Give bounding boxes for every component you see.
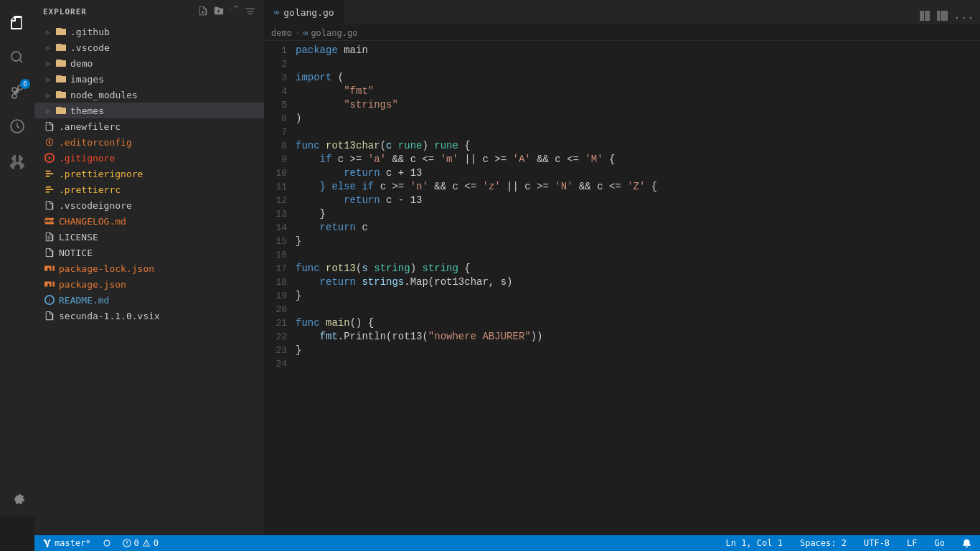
line-number: 15 (264, 235, 296, 248)
git-branch[interactable]: master* (40, 535, 94, 551)
activity-icon-debug[interactable] (0, 109, 34, 143)
prettier-icon (43, 183, 56, 196)
toggle-sidebar-icon[interactable] (936, 10, 948, 24)
new-folder-icon[interactable] (214, 6, 224, 18)
line-number: 21 (264, 316, 296, 330)
file-item-LICENSE[interactable]: LICENSE (34, 229, 264, 245)
line-number: 11 (264, 180, 296, 194)
notifications[interactable] (959, 535, 974, 551)
more-actions-icon[interactable]: ··· (953, 11, 974, 24)
tab-golang[interactable]: ∞ golang.go (264, 0, 345, 24)
code-line-9: 9 if c >= 'a' && c <= 'm' || c >= 'A' &&… (264, 153, 980, 166)
code-line-1: 1package main (264, 44, 980, 57)
file-item-images[interactable]: ▷images (34, 71, 264, 87)
line-number: 22 (264, 330, 296, 344)
file-item-package.json[interactable]: package.json (34, 276, 264, 292)
line-content: } (296, 235, 980, 248)
code-container[interactable]: 1package main23import (4 "fmt"5 "strings… (264, 41, 980, 535)
file-item-.anewfilerc[interactable]: .anewfilerc (34, 118, 264, 134)
line-ending-label: LF (907, 538, 917, 548)
activity-icon-explorer[interactable] (0, 6, 34, 40)
breadcrumb-folder[interactable]: demo (271, 28, 292, 38)
sidebar: EXPLORER ▷.github▷.vscode▷dem (34, 0, 264, 535)
tab-actions: ··· (913, 10, 980, 24)
line-content: func rot13(s string) string { (296, 262, 980, 276)
activity-icon-extensions[interactable] (0, 143, 34, 178)
cursor-position-label: Ln 1, Col 1 (725, 538, 782, 548)
vscodeignore-icon (43, 199, 56, 212)
file-item-demo[interactable]: ▷demo (34, 55, 264, 71)
code-line-24: 24 (264, 357, 980, 371)
chevron-icon: ▷ (43, 42, 53, 52)
file-item-CHANGELOG.md[interactable]: CHANGELOG.md (34, 213, 264, 229)
prettier-icon (43, 167, 56, 180)
line-content: ) (296, 112, 980, 126)
file-item-.vscode[interactable]: ▷.vscode (34, 39, 264, 55)
line-number: 23 (264, 344, 296, 357)
file-item-README.md[interactable]: README.md (34, 292, 264, 308)
indentation[interactable]: Spaces: 2 (797, 535, 849, 551)
file-item-.prettierignore[interactable]: .prettierignore (34, 166, 264, 182)
tab-bar: ∞ golang.go ··· (264, 0, 980, 25)
status-bar-right: Ln 1, Col 1 Spaces: 2 UTF-8 LF Go (722, 535, 974, 551)
breadcrumb-file-icon: ∞ (303, 28, 308, 38)
encoding[interactable]: UTF-8 (861, 535, 892, 551)
sidebar-header-icons (198, 6, 255, 18)
folder-icon (55, 57, 67, 70)
line-content: return strings.Map(rot13char, s) (296, 276, 980, 289)
file-item-.gitignore[interactable]: .gitignore (34, 150, 264, 166)
line-content: fmt.Println(rot13("nowhere ABJURER")) (296, 330, 980, 344)
sidebar-header: EXPLORER (34, 0, 264, 24)
sync-button[interactable] (100, 535, 114, 551)
file-item-secunda-1.1.0.vsix[interactable]: secunda-1.1.0.vsix (34, 308, 264, 324)
file-item-.prettierrc[interactable]: .prettierrc (34, 182, 264, 197)
language-mode[interactable]: Go (932, 535, 948, 551)
chevron-icon: ▷ (43, 90, 53, 100)
editorconfig-icon (43, 136, 56, 149)
line-number: 3 (264, 71, 296, 85)
line-ending[interactable]: LF (904, 535, 920, 551)
breadcrumb-file[interactable]: ∞ golang.go (303, 28, 357, 38)
activity-icon-settings[interactable] (0, 482, 34, 517)
activity-icon-search[interactable] (0, 40, 34, 75)
file-item-themes[interactable]: ▷themes (34, 103, 264, 118)
code-line-11: 11 } else if c >= 'n' && c <= 'z' || c >… (264, 180, 980, 194)
file-item-NOTICE[interactable]: NOTICE (34, 245, 264, 260)
encoding-label: UTF-8 (864, 538, 890, 548)
code-line-7: 7 (264, 126, 980, 139)
line-content: return c + 13 (296, 166, 980, 180)
code-line-23: 23} (264, 344, 980, 357)
file-item-.github[interactable]: ▷.github (34, 24, 264, 39)
line-content: import ( (296, 71, 980, 85)
refresh-icon[interactable] (230, 6, 240, 18)
cursor-position[interactable]: Ln 1, Col 1 (722, 535, 785, 551)
file-item-package-lock.json[interactable]: package-lock.json (34, 260, 264, 276)
code-line-14: 14 return c (264, 221, 980, 235)
errors-indicator[interactable]: 0 0 (120, 535, 161, 551)
code-line-5: 5 "strings" (264, 98, 980, 112)
file-icon (43, 120, 56, 133)
code-line-16: 16 (264, 248, 980, 262)
spaces-label: Spaces: 2 (800, 538, 847, 548)
editor-area: ∞ golang.go ··· demo › ∞ (264, 0, 980, 535)
line-content: package main (296, 44, 980, 57)
new-file-icon[interactable] (198, 6, 208, 18)
line-content: func main() { (296, 316, 980, 330)
line-number: 19 (264, 289, 296, 303)
file-item-.editorconfig[interactable]: .editorconfig (34, 134, 264, 150)
line-number: 6 (264, 112, 296, 126)
collapse-all-icon[interactable] (245, 6, 255, 18)
folder-icon (55, 104, 67, 117)
file-name-label: .anewfilerc (59, 121, 121, 132)
npm-icon (43, 262, 56, 275)
code-line-6: 6) (264, 112, 980, 126)
line-number: 10 (264, 166, 296, 180)
git-branch-label: master* (55, 538, 91, 548)
file-item-node_modules[interactable]: ▷node_modules (34, 87, 264, 103)
file-item-.vscodeignore[interactable]: .vscodeignore (34, 197, 264, 213)
npm-icon (43, 278, 56, 291)
activity-icon-source-control[interactable]: 6 (0, 75, 34, 109)
language-label: Go (935, 538, 945, 548)
split-editor-icon[interactable] (919, 10, 930, 24)
line-number: 13 (264, 207, 296, 221)
